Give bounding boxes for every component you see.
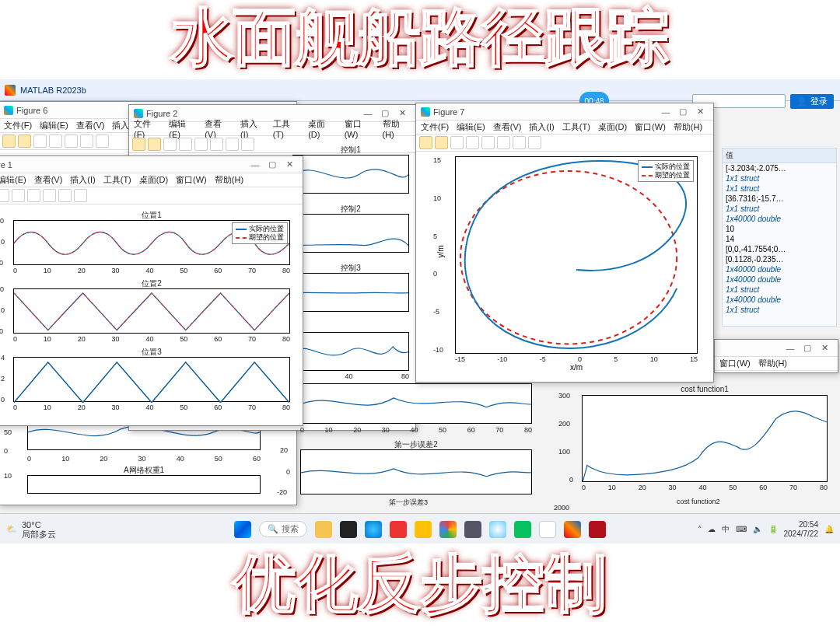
figure-menubar[interactable]: 文件(F)编辑(E)查看(V)插入(I)工具(T)桌面(D)窗口(W)帮助(H) bbox=[416, 121, 713, 135]
workspace-value[interactable]: 1x1 struct bbox=[723, 204, 836, 214]
user-icon: 👤 bbox=[796, 96, 807, 107]
window-title: re 1 bbox=[0, 160, 12, 169]
copilot-icon[interactable] bbox=[315, 521, 332, 538]
workspace-value[interactable]: [0.1128,-0.235… bbox=[723, 254, 836, 264]
workspace-value[interactable]: 1x40000 double bbox=[723, 214, 836, 224]
figure7-window[interactable]: Figure 7—▢✕ 文件(F)编辑(E)查看(V)插入(I)工具(T)桌面(… bbox=[415, 103, 714, 383]
app-title: MATLAB R2023b bbox=[20, 86, 86, 95]
search-icon: 🔍 bbox=[268, 524, 278, 534]
workspace-value[interactable]: 1x40000 double bbox=[723, 264, 836, 274]
close-button[interactable]: ✕ bbox=[691, 107, 709, 117]
workspace-value[interactable]: 1x1 struct bbox=[723, 173, 836, 183]
close-button[interactable]: ✕ bbox=[281, 159, 298, 169]
figure-bg-window[interactable]: —▢✕ 窗口(W)帮助(H) bbox=[714, 339, 838, 373]
onedrive-icon[interactable]: ☁ bbox=[708, 525, 716, 533]
workspace-value[interactable]: [0,0,-41.7554;0… bbox=[723, 244, 836, 254]
matlab-icon[interactable] bbox=[564, 521, 581, 538]
minimize-button[interactable]: — bbox=[657, 107, 674, 117]
maximize-button[interactable]: ▢ bbox=[376, 108, 394, 118]
app-icon[interactable] bbox=[464, 521, 481, 538]
keyboard-icon[interactable]: ⌨ bbox=[736, 525, 747, 533]
edge-icon[interactable] bbox=[365, 521, 382, 538]
minimize-button[interactable]: — bbox=[247, 160, 264, 169]
windows-taskbar[interactable]: ⛅ 30°C局部多云 🔍搜索 ˄ ☁ 中 ⌨ 🔈 🔋 20:542024/7/2… bbox=[0, 513, 840, 544]
figure-toolbar[interactable] bbox=[0, 187, 303, 204]
figure-icon bbox=[421, 107, 430, 117]
headline-top: 水面舰船路径跟踪 bbox=[0, 0, 840, 79]
figure-menubar[interactable]: 编辑(E)查看(V)插入(I)工具(T)桌面(D)窗口(W)帮助(H) bbox=[0, 173, 303, 187]
file-explorer-icon[interactable] bbox=[415, 521, 432, 538]
window-title: Figure 7 bbox=[433, 107, 464, 117]
weather-widget[interactable]: ⛅ 30°C局部多云 bbox=[6, 520, 56, 539]
workspace-value[interactable]: 1x1 struct bbox=[723, 183, 836, 194]
open-icon[interactable] bbox=[18, 135, 31, 148]
workspace-value[interactable]: 1x40000 double bbox=[723, 274, 836, 285]
window-title: Figure 2 bbox=[146, 109, 177, 118]
workspace-value[interactable]: 14 bbox=[723, 234, 836, 244]
taskbar-search[interactable]: 🔍搜索 bbox=[259, 521, 307, 537]
figure-toolbar[interactable] bbox=[416, 135, 713, 152]
chrome-icon[interactable] bbox=[439, 521, 457, 538]
figure-icon bbox=[4, 106, 13, 115]
tray-chevron-icon[interactable]: ˄ bbox=[698, 525, 702, 533]
workspace-value[interactable]: [-3.2034;-2.075… bbox=[723, 163, 836, 173]
window-title: Figure 6 bbox=[16, 106, 47, 115]
close-button[interactable]: ✕ bbox=[394, 108, 411, 118]
explorer-icon[interactable] bbox=[340, 521, 357, 538]
wechat-icon[interactable] bbox=[514, 521, 531, 538]
column-header[interactable]: 值 bbox=[726, 150, 733, 161]
workspace-value[interactable]: 1x1 struct bbox=[723, 285, 836, 295]
notifications-icon[interactable]: 🔔 bbox=[824, 525, 834, 533]
workspace-panel[interactable]: 值 [-3.2034;-2.075…1x1 struct1x1 struct[3… bbox=[722, 148, 837, 327]
save-icon[interactable] bbox=[33, 135, 47, 148]
axes-title: A网络权重1 bbox=[28, 465, 260, 476]
x-axis-label: x/m bbox=[456, 363, 697, 372]
login-button[interactable]: 👤登录 bbox=[790, 94, 834, 109]
weather-icon: ⛅ bbox=[6, 524, 17, 534]
app-icon[interactable] bbox=[489, 521, 506, 538]
save-icon[interactable] bbox=[0, 189, 9, 202]
battery-icon[interactable]: 🔋 bbox=[768, 525, 778, 533]
new-icon[interactable] bbox=[2, 135, 16, 148]
headline-bottom: 优化反步控制 bbox=[0, 543, 840, 629]
start-button[interactable] bbox=[234, 521, 251, 538]
ime-indicator[interactable]: 中 bbox=[722, 524, 730, 535]
pdf-icon[interactable] bbox=[589, 521, 606, 538]
app-icon[interactable] bbox=[539, 521, 556, 538]
print-icon[interactable] bbox=[49, 135, 62, 148]
youdao-icon[interactable] bbox=[390, 521, 407, 538]
matlab-logo-icon bbox=[5, 85, 16, 96]
workspace-value[interactable]: 10 bbox=[723, 224, 836, 234]
workspace-value[interactable]: [36.7316;-15.7… bbox=[723, 194, 836, 204]
print-icon[interactable] bbox=[12, 189, 25, 202]
maximize-button[interactable]: ▢ bbox=[674, 107, 691, 117]
minimize-button[interactable]: — bbox=[359, 109, 376, 118]
volume-icon[interactable]: 🔈 bbox=[753, 525, 762, 533]
maximize-button[interactable]: ▢ bbox=[264, 159, 281, 169]
workspace-value[interactable]: 1x40000 double bbox=[723, 295, 836, 305]
figure1-window[interactable]: re 1—▢✕ 编辑(E)查看(V)插入(I)工具(T)桌面(D)窗口(W)帮助… bbox=[0, 156, 303, 426]
figure-icon bbox=[134, 109, 143, 118]
workspace-value[interactable]: 1x1 struct bbox=[723, 305, 836, 315]
figure-menubar[interactable]: 文件(F)编辑(E)查看(V)插入(I)工具(T)桌面(D)窗口(W)帮助(H) bbox=[129, 122, 415, 136]
